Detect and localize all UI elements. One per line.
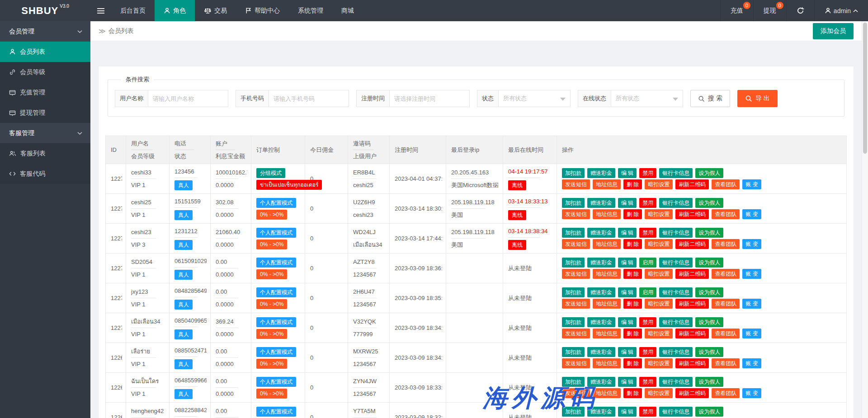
action-button-teal[interactable]: 赠送彩金: [587, 258, 615, 268]
action-button-toggle[interactable]: 禁用: [639, 317, 656, 327]
action-button-red[interactable]: 删 除: [623, 388, 642, 398]
action-button-blue[interactable]: 账 变: [742, 358, 761, 368]
action-button-red[interactable]: 删 除: [623, 239, 642, 249]
action-button-orange[interactable]: 查看团队: [712, 209, 740, 219]
action-button-teal[interactable]: 编 辑: [618, 228, 637, 238]
action-button-orange[interactable]: 地址信息: [593, 239, 621, 249]
action-button-red[interactable]: 删 除: [623, 269, 642, 279]
action-button-orange[interactable]: 暗扣设置: [645, 179, 673, 189]
action-button-teal[interactable]: 赠送彩金: [587, 347, 615, 357]
phone-input[interactable]: [269, 90, 349, 107]
action-button-orange[interactable]: 查看团队: [712, 239, 740, 249]
action-button-orange[interactable]: 地址信息: [593, 358, 621, 368]
action-button-teal[interactable]: 加扣款: [562, 407, 585, 417]
order-rate-badge[interactable]: 0% - >0%: [256, 389, 287, 399]
action-button-orange[interactable]: 暗扣设置: [645, 329, 673, 338]
sidebar-item-withdraw-mgmt[interactable]: 提现管理: [0, 103, 90, 123]
action-button-teal[interactable]: 编 辑: [618, 317, 637, 327]
action-button-teal[interactable]: 银行卡信息: [659, 198, 693, 208]
action-button-teal[interactable]: 编 辑: [618, 198, 637, 208]
action-button-green[interactable]: 设为假人: [695, 377, 723, 387]
action-button-teal[interactable]: 编 辑: [618, 347, 637, 357]
action-button-orange[interactable]: 地址信息: [593, 269, 621, 279]
action-button-blue[interactable]: 账 变: [742, 388, 761, 398]
sidebar-item-service-code[interactable]: 客服代码: [0, 164, 90, 184]
action-button-teal[interactable]: 银行卡信息: [659, 258, 693, 268]
action-button-teal[interactable]: 银行卡信息: [659, 377, 693, 387]
action-button-green[interactable]: 设为假人: [695, 347, 723, 357]
menu-toggle-icon[interactable]: [90, 0, 111, 21]
nav-item-help[interactable]: 帮助中心: [236, 0, 289, 21]
action-button-red[interactable]: 刷新二维码: [675, 269, 709, 279]
order-rate-badge[interactable]: ข่าเป็นเปอเซ็นทุกออเดอร์: [256, 180, 322, 190]
order-mode-badge[interactable]: 个人配置模式: [256, 407, 296, 417]
action-button-orange[interactable]: 暗扣设置: [645, 209, 673, 219]
refresh-button[interactable]: [786, 0, 814, 21]
action-button-red[interactable]: 删 除: [623, 179, 642, 189]
action-button-red[interactable]: 刷新二维码: [675, 329, 709, 338]
action-button-teal[interactable]: 赠送彩金: [587, 407, 615, 417]
action-button-orange[interactable]: 地址信息: [593, 299, 621, 309]
action-button-teal[interactable]: 编 辑: [618, 168, 637, 178]
action-button-teal[interactable]: 赠送彩金: [587, 228, 615, 238]
action-button-teal[interactable]: 赠送彩金: [587, 168, 615, 178]
action-button-blue[interactable]: 账 变: [742, 209, 761, 219]
order-mode-badge[interactable]: 个人配置模式: [256, 258, 296, 268]
action-button-red[interactable]: 删 除: [623, 358, 642, 368]
action-button-toggle[interactable]: 禁用: [639, 168, 656, 178]
action-button-teal[interactable]: 编 辑: [618, 287, 637, 297]
regtime-input[interactable]: [389, 90, 470, 107]
order-mode-badge[interactable]: 个人配置模式: [256, 317, 296, 327]
action-button-teal[interactable]: 加扣款: [562, 317, 585, 327]
recharge-button[interactable]: 充值 0: [720, 0, 753, 21]
action-button-red[interactable]: 刷新二维码: [675, 358, 709, 368]
action-button-orange[interactable]: 查看团队: [712, 269, 740, 279]
action-button-orange[interactable]: 发送短信: [562, 388, 590, 398]
sidebar-item-member-list[interactable]: 会员列表: [0, 42, 90, 62]
action-button-red[interactable]: 刷新二维码: [675, 209, 709, 219]
action-button-orange[interactable]: 发送短信: [562, 239, 590, 249]
action-button-teal[interactable]: 加扣款: [562, 198, 585, 208]
scrollbar-track[interactable]: [862, 21, 868, 418]
order-mode-badge[interactable]: 个人配置模式: [256, 377, 296, 387]
action-button-teal[interactable]: 加扣款: [562, 168, 585, 178]
sidebar-group-member[interactable]: 会员管理: [0, 21, 90, 42]
order-rate-badge[interactable]: 0% - >0%: [256, 329, 287, 339]
action-button-green[interactable]: 设为假人: [695, 407, 723, 417]
action-button-teal[interactable]: 银行卡信息: [659, 347, 693, 357]
action-button-toggle[interactable]: 禁用: [639, 228, 656, 238]
order-rate-badge[interactable]: 0% - >0%: [256, 210, 287, 220]
action-button-teal[interactable]: 银行卡信息: [659, 287, 693, 297]
online-status-select[interactable]: 所有状态: [611, 90, 683, 107]
action-button-blue[interactable]: 账 变: [742, 299, 761, 309]
action-button-red[interactable]: 刷新二维码: [675, 179, 709, 189]
order-mode-badge[interactable]: 分组模式: [256, 168, 285, 178]
action-button-orange[interactable]: 地址信息: [593, 329, 621, 338]
action-button-orange[interactable]: 地址信息: [593, 179, 621, 189]
action-button-toggle[interactable]: 启用: [639, 258, 656, 268]
username-input[interactable]: [148, 90, 228, 107]
nav-item-trade[interactable]: 交易: [195, 0, 236, 21]
sidebar-item-service-list[interactable]: 客服列表: [0, 143, 90, 164]
user-menu[interactable]: admin: [814, 0, 868, 21]
sidebar-item-member-level[interactable]: 会员等级: [0, 62, 90, 82]
action-button-red[interactable]: 删 除: [623, 329, 642, 338]
action-button-orange[interactable]: 查看团队: [712, 329, 740, 338]
action-button-blue[interactable]: 账 变: [742, 329, 761, 338]
action-button-teal[interactable]: 加扣款: [562, 347, 585, 357]
sidebar-item-recharge-mgmt[interactable]: 充值管理: [0, 82, 90, 103]
sidebar-group-service[interactable]: 客服管理: [0, 123, 90, 143]
action-button-teal[interactable]: 赠送彩金: [587, 287, 615, 297]
scrollbar-thumb[interactable]: [863, 23, 867, 154]
action-button-toggle[interactable]: 启用: [639, 287, 656, 297]
action-button-orange[interactable]: 暗扣设置: [645, 239, 673, 249]
action-button-red[interactable]: 刷新二维码: [675, 239, 709, 249]
nav-item-role[interactable]: 角色: [155, 0, 195, 21]
action-button-red[interactable]: 刷新二维码: [675, 299, 709, 309]
action-button-orange[interactable]: 发送短信: [562, 299, 590, 309]
action-button-orange[interactable]: 发送短信: [562, 209, 590, 219]
action-button-teal[interactable]: 赠送彩金: [587, 198, 615, 208]
action-button-green[interactable]: 设为假人: [695, 168, 723, 178]
action-button-teal[interactable]: 银行卡信息: [659, 407, 693, 417]
action-button-orange[interactable]: 暗扣设置: [645, 269, 673, 279]
